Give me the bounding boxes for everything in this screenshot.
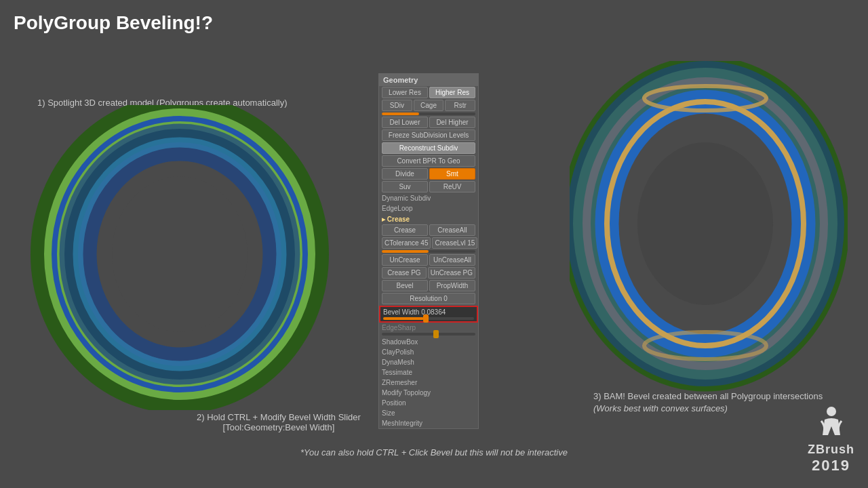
edge-sharp-item: EdgeSharp	[379, 323, 478, 332]
bevel-btn[interactable]: Bevel	[382, 280, 428, 291]
suv-btn[interactable]: Suv	[382, 181, 428, 192]
label-bottom-left: 2) Hold CTRL + Modify Bevel Width Slider…	[197, 412, 361, 432]
zremesher-item[interactable]: ZRemesher	[379, 378, 478, 388]
crease-btn[interactable]: Crease	[382, 224, 428, 236]
uncrease-pg-btn[interactable]: UnCrease PG	[428, 267, 475, 279]
crease-pg-btn[interactable]: Crease PG	[382, 267, 427, 279]
page-title: PolyGroup Beveling!?	[14, 12, 213, 34]
uncrease-btn[interactable]: UnCrease	[382, 254, 428, 266]
svg-point-12	[637, 142, 773, 305]
lower-res-btn[interactable]: Lower Res	[382, 87, 428, 98]
divide-btn[interactable]: Divide	[382, 168, 428, 180]
ctolerance-btn[interactable]: CTolerance 45	[382, 237, 431, 249]
shadowbox-item[interactable]: ShadowBox	[379, 337, 478, 347]
edge-sharp-slider[interactable]	[379, 332, 478, 337]
freeze-subdiv-btn[interactable]: Freeze SubDivision Levels	[382, 129, 475, 141]
crease-all-btn[interactable]: CreaseAll	[429, 224, 475, 236]
resolution-btn[interactable]: Resolution 0	[382, 293, 475, 304]
svg-point-15	[827, 407, 836, 416]
left-torus-image	[24, 105, 349, 410]
right-torus-image	[570, 61, 848, 393]
uncrease-all-btn[interactable]: UnCreaseAll	[429, 254, 475, 266]
higher-res-btn[interactable]: Higher Res	[429, 87, 475, 98]
position-item[interactable]: Position	[379, 398, 478, 408]
dynamesh-item[interactable]: DynaMesh	[379, 357, 478, 367]
panel-header: Geometry	[379, 74, 478, 86]
reconstruct-subdiv-btn[interactable]: Reconstruct Subdiv	[382, 142, 475, 154]
del-lower-btn[interactable]: Del Lower	[382, 117, 428, 128]
zbrush-text: ZBrush	[808, 443, 854, 457]
smt-btn[interactable]: Smt	[429, 168, 475, 180]
zbrush-year: 2019	[808, 457, 854, 474]
sdiv-label: SDiv	[382, 100, 412, 111]
zbrush-logo: ZBrush 2019	[808, 405, 854, 474]
claypolish-item[interactable]: ClayPolish	[379, 347, 478, 357]
bevel-width-row[interactable]: Bevel Width 0.08364	[379, 306, 478, 323]
convert-bpr-btn[interactable]: Convert BPR To Geo	[382, 155, 475, 167]
label-bottom-right: 3) BAM! Bevel created between all Polygr…	[593, 390, 823, 415]
edgeloop-item[interactable]: EdgeLoop	[379, 203, 478, 214]
geometry-panel: Geometry Lower Res Higher Res SDiv Cage …	[378, 73, 479, 429]
crease-lvl-btn[interactable]: CreaseLvl 15	[432, 237, 477, 249]
svg-point-3	[112, 176, 248, 332]
rstr-btn[interactable]: Rstr	[445, 100, 475, 111]
crease-section-label: ▸ Crease	[379, 214, 478, 224]
bevel-width-label: Bevel Width 0.08364	[383, 308, 446, 316]
prop-width-btn[interactable]: PropWidth	[429, 280, 475, 291]
del-higher-btn[interactable]: Del Higher	[429, 117, 475, 128]
mesh-integrity-item[interactable]: MeshIntegrity	[379, 418, 478, 428]
modify-topology-item[interactable]: Modify Topology	[379, 388, 478, 398]
size-item[interactable]: Size	[379, 408, 478, 418]
cage-btn[interactable]: Cage	[414, 100, 444, 111]
dynamic-subdiv-item[interactable]: Dynamic Subdiv	[379, 193, 478, 203]
footer-note: *You can also hold CTRL + Click Bevel bu…	[0, 447, 868, 458]
tessimate-item[interactable]: Tessimate	[379, 367, 478, 378]
reuv-btn[interactable]: ReUV	[429, 181, 475, 192]
